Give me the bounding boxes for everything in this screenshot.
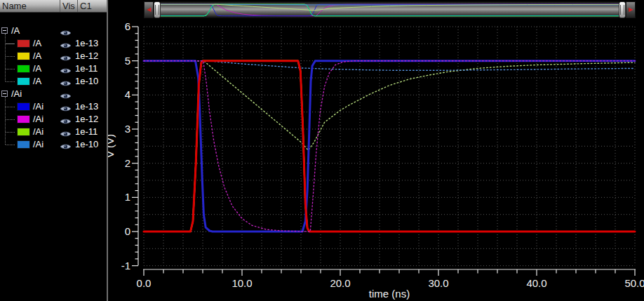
group-label: /A — [11, 25, 20, 37]
x-tick-label: 30.0 — [428, 277, 448, 289]
eye-icon[interactable] — [60, 116, 72, 123]
c1-value: 1e-11 — [75, 62, 98, 75]
x-tick-label: 50.0 — [624, 277, 644, 289]
signal-label: /Ai — [33, 113, 43, 126]
eye-icon[interactable] — [60, 103, 72, 110]
signal-label: /A — [33, 75, 41, 88]
signal-row[interactable]: /A1e-10 — [0, 75, 107, 88]
color-swatch[interactable] — [17, 115, 30, 123]
y-tick-label: 1 — [125, 191, 130, 203]
signal-tree-panel: Name Vis C1 /A/A1e-13/A1e-12/A1e-11/A1e-… — [0, 0, 107, 301]
signal-row[interactable]: /Ai1e-10 — [0, 138, 107, 151]
signal-row[interactable]: /Ai1e-13 — [0, 100, 107, 113]
group-row-Ai[interactable]: /Ai — [0, 88, 107, 100]
signal-tree: /A/A1e-13/A1e-12/A1e-11/A1e-10/Ai/Ai1e-1… — [0, 25, 107, 151]
column-header-vis[interactable]: Vis — [60, 0, 77, 12]
y-tick-label: -1 — [121, 260, 130, 272]
eye-icon[interactable] — [60, 27, 72, 34]
collapse-expander-icon[interactable] — [1, 27, 8, 34]
group-children-A: /A1e-13/A1e-12/A1e-11/A1e-10 — [0, 37, 107, 88]
eye-icon[interactable] — [60, 91, 72, 98]
signal-label: /Ai — [33, 100, 43, 113]
y-tick-label: 0 — [125, 225, 130, 237]
plot-area[interactable] — [144, 27, 635, 265]
signal-label: /A — [33, 62, 41, 75]
panel-divider[interactable] — [107, 0, 108, 301]
color-swatch[interactable] — [17, 140, 30, 149]
eye-icon[interactable] — [60, 128, 72, 135]
color-swatch[interactable] — [17, 128, 30, 136]
column-header-c1[interactable]: C1 — [77, 0, 107, 12]
collapse-expander-icon[interactable] — [1, 91, 8, 97]
group-label: /Ai — [11, 88, 22, 100]
c1-value: 1e-10 — [75, 75, 98, 88]
scrollbar-right-handle[interactable] — [619, 1, 626, 18]
x-tick-label: 40.0 — [526, 277, 546, 289]
y-tick-label: 4 — [125, 88, 130, 100]
c1-value: 1e-12 — [75, 113, 98, 126]
right-arrow-icon: ▶ — [629, 7, 633, 13]
y-tick-label: 6 — [125, 20, 130, 32]
grip-icon — [620, 5, 624, 15]
color-swatch[interactable] — [17, 77, 30, 86]
signal-row[interactable]: /Ai1e-12 — [0, 113, 107, 126]
signal-row[interactable]: /Ai1e-11 — [0, 126, 107, 138]
eye-icon[interactable] — [60, 40, 72, 47]
overview-scrollbar[interactable]: ◀ ▶ — [144, 1, 636, 18]
group-row-A[interactable]: /A — [0, 25, 107, 37]
y-tick-label: 5 — [125, 55, 130, 67]
eye-icon[interactable] — [60, 78, 72, 85]
left-arrow-icon: ◀ — [147, 7, 151, 13]
c1-value: 1e-11 — [75, 126, 98, 138]
signal-row[interactable]: /A1e-11 — [0, 62, 107, 75]
group-children-Ai: /Ai1e-13/Ai1e-12/Ai1e-11/Ai1e-10 — [0, 100, 107, 151]
c1-value: 1e-12 — [75, 50, 98, 62]
waveform-viewer-window: -101234560.010.020.030.040.050.0 V (V) t… — [0, 0, 644, 301]
color-swatch[interactable] — [17, 102, 30, 111]
scrollbar-left-handle[interactable] — [154, 1, 161, 18]
signal-label: /A — [33, 37, 41, 50]
color-swatch[interactable] — [17, 52, 30, 60]
eye-icon[interactable] — [60, 141, 72, 148]
c1-value: 1e-13 — [75, 100, 98, 113]
c1-value: 1e-13 — [75, 37, 98, 50]
signal-label: /Ai — [33, 126, 43, 138]
scroll-left-button[interactable]: ◀ — [144, 1, 154, 18]
x-tick-label: 10.0 — [232, 277, 252, 289]
scroll-right-button[interactable]: ▶ — [626, 1, 636, 18]
color-swatch[interactable] — [17, 39, 30, 48]
y-tick-label: 3 — [125, 123, 130, 135]
column-header-name[interactable]: Name — [0, 0, 60, 12]
eye-icon[interactable] — [60, 53, 72, 60]
signal-label: /Ai — [33, 138, 43, 151]
signal-row[interactable]: /A1e-13 — [0, 37, 107, 50]
overview-track[interactable] — [161, 1, 619, 18]
x-tick-label: 0.0 — [137, 277, 152, 289]
y-tick-label: 2 — [125, 157, 130, 169]
x-axis-label: time (ns) — [369, 288, 410, 300]
tree-header: Name Vis C1 — [0, 0, 107, 13]
eye-icon[interactable] — [60, 65, 72, 72]
x-tick-label: 20.0 — [330, 277, 350, 289]
c1-value: 1e-10 — [75, 138, 98, 151]
grip-icon — [155, 5, 159, 15]
overview-waveform-preview — [161, 2, 619, 18]
signal-row[interactable]: /A1e-12 — [0, 50, 107, 62]
color-swatch[interactable] — [17, 65, 30, 73]
signal-label: /A — [33, 50, 41, 62]
